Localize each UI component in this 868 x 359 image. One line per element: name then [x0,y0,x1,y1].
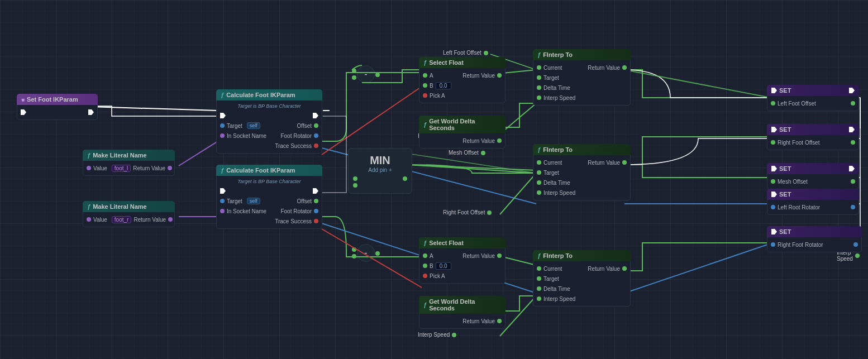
get-world-delta-1-node: ƒ Get World Delta Seconds Return Value I… [419,116,505,149]
sf1-return-label: Return Value [462,73,495,79]
calc2-exec-out [313,188,318,194]
fi2-current-label: Current [543,160,562,166]
set-right-root-exec-in [771,229,777,234]
sf2-pick-label: Pick A [430,273,445,279]
value-pin [87,166,91,170]
get-world-delta-2-header: ƒ Get World Delta Seconds [419,296,505,314]
set-left-foot-out-pin [851,101,855,106]
return-pin-2 [168,217,173,222]
fi2-current-row: Current Return Value [533,157,630,167]
get-world-delta-1-header: ƒ Get World Delta Seconds [419,116,505,133]
fi1-target-label: Target [543,75,559,81]
select-float-1-title: Select Float [429,59,464,66]
fi3-target-row: Target [533,274,630,284]
set-right-foot-header: SET [767,124,859,135]
calc-foot-2-header: ƒ Calculate Foot IKParam [216,165,322,176]
return-label-2: Return Value [133,217,166,223]
foot-rot-label-2: Foot Rotator [280,208,312,214]
make-literal-name-2-title: Make Literal Name [93,203,147,210]
sf1-b-label: B [430,83,433,89]
get-world-delta-1-title: Get World Delta Seconds [429,118,501,131]
select-float-2-body: A Return Value B 0.0 Pick A [419,248,505,284]
gwd1-return-label: Return Value [462,138,495,144]
value-badge-2: foot_r [112,216,132,223]
fi2-target-label: Target [543,170,559,176]
set-mesh-offset-in-pin [771,179,775,184]
set-right-root-title: SET [779,228,791,235]
value-pin-2 [87,217,91,222]
foot-rot-pin [314,133,318,138]
socket-label: In Socket Name [227,133,266,139]
return-pin [168,166,172,170]
set-mesh-offset-node: SET Mesh Offset [767,163,859,189]
select-float-2-header: ƒ Select Float [419,237,505,248]
fi1-speed-row: Interp Speed [533,93,630,103]
trace-label-2: Trace Success [275,218,312,224]
set-foot-ikparam-node: ■ Set Foot IKParam [17,94,98,120]
fi3-delta-pin [537,286,541,291]
set-left-root-title: SET [779,191,791,198]
set-right-root-node: SET Right Foot Rotator [767,226,862,252]
sf1-pick-label: Pick A [430,93,445,99]
fi1-delta-label: Delta Time [543,85,570,91]
subtract-node-2: - [352,239,380,267]
set-left-root-label: Left Root Rotator [778,204,820,210]
finterp-3-body: Current Return Value Target Delta Time I… [533,261,631,307]
get-world-delta-2-title: Get World Delta Seconds [429,298,501,312]
fi3-speed-row: Interp Speed [533,294,630,304]
trace-pin-2 [314,219,318,223]
left-foot-offset-label: Left Foot Offset [443,50,488,56]
select-float-2-node: ƒ Select Float A Return Value B 0.0 Pick… [419,237,505,284]
fi3-target-label: Target [543,276,559,282]
sf2-a-label: A [430,253,433,259]
set-foot-ikparam-header: ■ Set Foot IKParam [17,94,98,105]
foot-rot-label: Foot Rotator [280,133,312,139]
set-right-root-body: Right Foot Rotator [767,237,862,252]
make-literal-name-2-body: Value foot_r Return Value [83,212,175,227]
value-pin-row-2: Value foot_r Return Value [83,214,174,224]
fi2-return-pin [622,160,627,165]
calc-foot-2-node: ƒ Calculate Foot IKParam Target is BP Ba… [216,165,322,229]
get-world-delta-2-node: ƒ Get World Delta Seconds Return Value [419,296,505,329]
exec-in-pin [21,109,26,115]
set-left-root-out-pin [851,205,855,209]
set-mesh-offset-body: Mesh Offset [767,174,859,189]
fi2-delta-pin [537,180,541,185]
set-left-root-header: SET [767,189,859,200]
fi1-return-pin [622,65,627,70]
set-right-exec-out [849,127,855,132]
mesh-offset-label: Mesh Offset [449,150,485,156]
fi3-return-label: Return Value [588,266,620,272]
calc-foot-1-node: ƒ Calculate Foot IKParam Target is BP Ba… [216,89,322,154]
target-pin [220,123,225,128]
fi1-target-pin [537,75,541,80]
calc2-exec-row [217,186,322,196]
fi2-speed-row: Interp Speed [533,188,630,198]
select-float-2-title: Select Float [429,240,464,246]
select-float-1-header: ƒ Select Float [419,57,505,68]
value-badge: foot_l [112,165,131,172]
offset-pin [314,123,318,128]
sf1-b-value: 0.0 [436,82,451,89]
get-world-delta-2-body: Return Value [419,314,505,329]
trace-pin [314,143,318,148]
min-in-1 [353,176,357,181]
fi3-current-label: Current [543,266,562,272]
set-foot-ikparam-title: Set Foot IKParam [27,96,78,103]
gwd2-return-pin [497,319,502,323]
get-world-delta-1-body: Return Value Interp Speed [419,133,505,149]
target-pin-2 [220,199,225,203]
fi1-delta-pin [537,85,541,90]
select-float-1-body: A Return Value B 0.0 Pick A [419,68,505,103]
fi2-speed-pin [537,190,541,195]
self-badge: self [247,122,260,129]
sf1-pick-pin [423,93,427,98]
value-label-2: Value [93,217,107,223]
target-label: Target [227,123,242,129]
finterp-2-header: ƒ FInterp To [533,144,631,155]
set-mesh-exec-in [771,166,777,171]
finterp-1-node: ƒ FInterp To Current Return Value Target… [533,49,631,106]
exec-out-pin [88,109,94,115]
make-literal-name-1-title: Make Literal Name [93,152,147,159]
fi3-return-pin [622,266,627,271]
